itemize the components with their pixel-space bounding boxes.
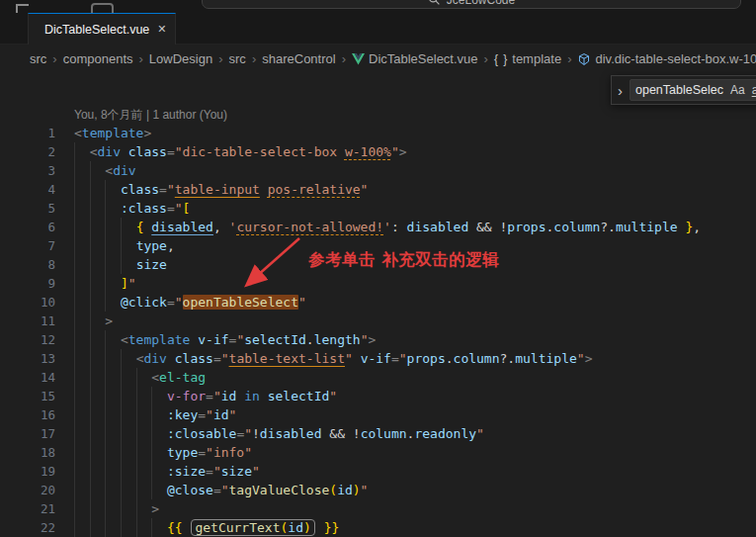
line-number[interactable]: 20 [0,481,55,499]
code-line[interactable]: 17 :closable="!disabled && !column.reado… [0,424,756,443]
breadcrumb-item-dictableselect-vue[interactable]: DicTableSelect.vue [352,51,478,66]
line-number[interactable]: 3 [0,161,55,180]
line-number[interactable]: 11 [0,312,55,330]
breadcrumb-item-src[interactable]: src [30,51,46,66]
line-number[interactable]: 13 [0,349,55,368]
line-number[interactable]: 17 [0,424,55,443]
find-replace-toggle[interactable]: › [612,76,629,104]
code-line[interactable]: 22 {{ getCurrText(id) }} [0,518,756,537]
code-line[interactable]: 18 type="info" [0,443,756,462]
breadcrumb-label: LowDesign [149,51,212,66]
indent-guide [136,368,137,387]
command-center-search[interactable]: JceLowCode [202,0,741,9]
tab-dictableselect[interactable]: DicTableSelect.vue ✕ [28,13,176,45]
indent-guide [90,462,91,481]
breadcrumb-item-lowdesign[interactable]: LowDesign [149,51,212,66]
indent-guide [136,387,137,405]
close-icon[interactable]: ✕ [155,22,168,37]
code-line[interactable]: 21 > [0,499,756,518]
indent-guide [121,462,122,481]
breadcrumb-label: src [229,51,246,66]
code-text: <template> [74,124,756,142]
line-number[interactable]: 4 [0,180,55,199]
breadcrumb-item-sharecontrol[interactable]: shareControl [262,51,335,66]
line-number[interactable]: 15 [0,387,55,405]
line-number[interactable]: 22 [0,518,55,537]
code-line[interactable]: 8 size [0,255,756,274]
code-text: @click="openTableSelect" [74,293,756,312]
indent-guide [136,462,137,481]
indent-guide [74,349,75,368]
code-line[interactable]: 9 ]" [0,274,756,293]
search-icon [428,0,441,6]
braces-icon: { } [494,52,508,66]
indent-guide [151,424,152,443]
line-number[interactable]: 21 [0,499,55,518]
line-number[interactable]: 10 [0,293,55,312]
indent-guide [151,518,152,537]
vue-icon [352,53,365,65]
indent-guide [90,387,91,405]
indent-guide [74,368,75,387]
code-editor[interactable]: You, 8个月前 | 1 author (You)1<template>2 <… [0,73,756,537]
code-line[interactable]: 14 <el-tag [0,368,756,387]
line-number[interactable]: 5 [0,199,55,218]
code-line[interactable]: 4 class="table-input pos-relative" [0,180,756,199]
line-number[interactable]: 6 [0,218,55,236]
line-number[interactable]: 1 [0,124,55,142]
indent-guide [74,405,75,424]
indent-guide [74,518,75,537]
blame-lens-row[interactable]: You, 8个月前 | 1 author (You) [0,105,756,124]
code-line[interactable]: 3 <div [0,161,756,180]
breadcrumb-item-div-dic-table-select-box-w-100[interactable]: div.dic-table-select-box.w-100 [577,51,756,66]
code-text: <div class="dic-table-select-box w-100%"… [74,142,756,161]
whole-word-icon[interactable]: ab [752,83,756,97]
code-line[interactable]: 5 :class="[ [0,199,756,218]
code-text: class="table-input pos-relative" [74,180,756,199]
tab-label: DicTableSelect.vue [44,23,149,37]
line-number[interactable]: 12 [0,330,55,349]
line-number[interactable]: 18 [0,443,55,462]
indent-guide [90,274,91,293]
match-case-icon[interactable]: Aa [730,83,745,97]
code-line[interactable]: 2 <div class="dic-table-select-box w-100… [0,142,756,161]
code-line[interactable]: 12 <template v-if="selectId.length"> [0,330,756,349]
code-line[interactable]: 19 :size="size" [0,462,756,481]
indent-guide [121,443,122,462]
line-number[interactable]: 16 [0,405,55,424]
indent-guide [136,481,137,499]
line-number[interactable]: 19 [0,462,55,481]
code-line[interactable]: 1<template> [0,124,756,142]
code-line[interactable]: 15 v-for="id in selectId" [0,387,756,405]
indent-guide [121,218,122,236]
indent-guide [105,274,106,293]
code-line[interactable]: 13 <div class="table-text-list" v-if="pr… [0,349,756,368]
git-blame-text[interactable]: You, 8个月前 | 1 author (You) [74,108,227,122]
breadcrumb-item-components[interactable]: components [63,51,133,66]
code-line[interactable]: 6 { disabled, 'cursor-not-allowed!': dis… [0,218,756,236]
code-text: { disabled, 'cursor-not-allowed!': disab… [74,218,756,236]
code-line[interactable]: 7 type, [0,236,756,255]
code-line[interactable]: 20 @close="tagValueClose(id)" [0,481,756,499]
layout-icon[interactable] [91,3,114,13]
code-line[interactable]: 10 @click="openTableSelect" [0,293,756,312]
line-number[interactable]: 2 [0,142,55,161]
indent-guide [90,499,91,518]
line-number[interactable]: 7 [0,236,55,255]
breadcrumb-item-src[interactable]: src [229,51,246,66]
line-number[interactable]: 14 [0,368,55,387]
line-number[interactable] [0,105,55,124]
find-input[interactable]: openTableSelec Aa ab [630,79,756,101]
code-text: :class="[ [74,199,756,218]
breadcrumb-label: div.dic-table-select-box.w-100 [595,51,756,66]
indent-guide [151,443,152,462]
code-line[interactable]: 16 :key="id" [0,405,756,424]
indent-guide [90,368,91,387]
breadcrumb-item-template[interactable]: { }template [494,51,561,66]
breadcrumb-label: components [63,51,133,66]
line-number[interactable]: 9 [0,274,55,293]
window-control-icon[interactable] [16,4,29,13]
line-number[interactable]: 8 [0,255,55,274]
code-line[interactable]: 11 > [0,312,756,330]
breadcrumb-separator: › [567,51,571,66]
